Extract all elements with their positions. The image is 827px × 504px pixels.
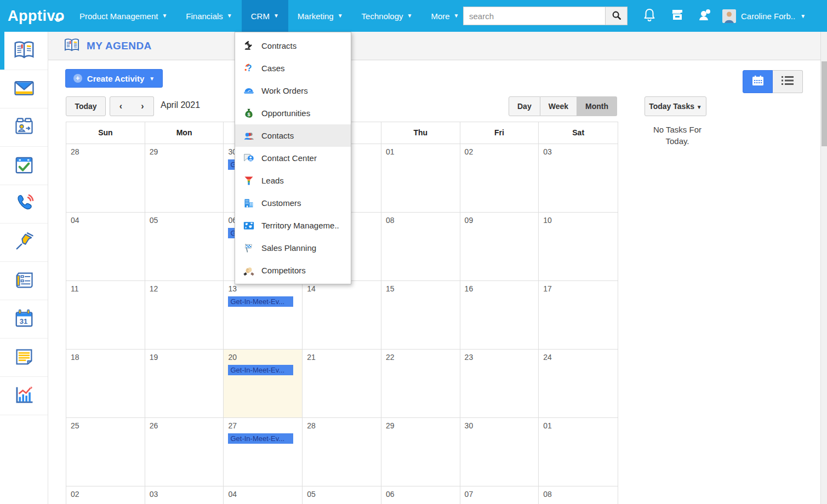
calendar-day-cell[interactable]: 02: [460, 144, 539, 213]
calendar-view-button[interactable]: [743, 70, 773, 93]
calendar-day-cell[interactable]: 19: [145, 350, 224, 418]
calendar-day-cell[interactable]: 07: [460, 486, 539, 504]
calendar-event-chip[interactable]: Get-In-Meet-Ev...: [228, 296, 293, 307]
calendar-day-cell[interactable]: 27Get-In-Meet-Ev...: [224, 418, 303, 486]
nav-item-crm[interactable]: CRM▼: [242, 0, 288, 32]
calendar-event-chip[interactable]: Get-In-Meet-Ev...: [228, 433, 293, 444]
nav-item-marketing[interactable]: Marketing▼: [288, 0, 352, 32]
calendar-day-cell[interactable]: 03: [145, 486, 224, 504]
next-month-button[interactable]: ›: [132, 96, 154, 116]
calendar-day-cell[interactable]: 04: [66, 213, 145, 281]
calendar-day-cell[interactable]: 05: [303, 486, 381, 504]
calendar-day-cell[interactable]: 03: [539, 144, 618, 213]
calendar-day-cell-today[interactable]: 20Get-In-Meet-Ev...: [224, 350, 303, 418]
world-map-icon: [243, 220, 255, 232]
calendar-day-cell[interactable]: 17: [539, 281, 618, 350]
nav-item-financials[interactable]: Financials▼: [176, 0, 241, 32]
calendar-event-chip[interactable]: Get-In-Meet-Ev...: [228, 365, 293, 375]
sidebar-item-calls[interactable]: [0, 185, 48, 224]
calendar-day-cell[interactable]: 23: [460, 350, 539, 418]
calendar-day-cell[interactable]: 18: [66, 350, 145, 418]
crm-menu-item-sales-planning[interactable]: Sales Planning: [235, 237, 351, 259]
previous-month-button[interactable]: ‹: [110, 96, 132, 116]
calendar-day-cell[interactable]: 26: [145, 418, 224, 486]
agenda-book-icon: [64, 38, 80, 54]
nav-item-label: Technology: [362, 12, 403, 21]
store-icon: [670, 8, 685, 24]
crm-menu-item-label: Customers: [261, 198, 301, 208]
crm-menu-item-cases[interactable]: ?Cases: [235, 57, 351, 79]
calendar-day-cell[interactable]: 10: [539, 213, 618, 281]
sidebar-item-notes[interactable]: [0, 339, 48, 377]
calendar-day-cell[interactable]: 28: [303, 418, 381, 486]
calendar-day-cell[interactable]: 16: [460, 281, 539, 350]
calendar-day-cell[interactable]: 25: [66, 418, 145, 486]
crm-menu-item-contacts[interactable]: Contacts: [235, 124, 351, 147]
today-tasks-button[interactable]: Today Tasks ▼: [645, 96, 706, 116]
crm-menu-item-territory-manageme[interactable]: Territory Manageme..: [235, 214, 351, 237]
calendar-day-cell[interactable]: 06: [381, 486, 460, 504]
period-label: April 2021: [161, 100, 200, 110]
date-number: 29: [150, 147, 219, 156]
nav-item-technology[interactable]: Technology▼: [352, 0, 422, 32]
apptivo-logo[interactable]: Apptivo: [0, 8, 70, 25]
crm-menu-item-contracts[interactable]: Contracts: [235, 35, 351, 57]
calendar-day-cell[interactable]: 12: [145, 281, 224, 350]
today-button[interactable]: Today: [66, 96, 106, 116]
collaboration-button[interactable]: [697, 8, 713, 24]
calendar-day-cell[interactable]: 09: [460, 213, 539, 281]
scrollbar-thumb[interactable]: [822, 61, 827, 146]
view-button-month[interactable]: Month: [577, 96, 617, 116]
calendar-day-cell[interactable]: 01: [539, 418, 618, 486]
sidebar-item-calendar[interactable]: 31: [0, 300, 48, 339]
nav-item-product-management[interactable]: Product Management▼: [70, 0, 176, 32]
calendar-day-cell[interactable]: 01: [381, 144, 460, 213]
calendar-day-cell[interactable]: 24: [539, 350, 618, 418]
calendar-day-cell[interactable]: 21: [303, 350, 381, 418]
sidebar-item-follow-ups[interactable]: [0, 224, 48, 262]
calendar-day-cell[interactable]: 29: [145, 144, 224, 213]
crm-menu-item-work-orders[interactable]: Work Orders: [235, 79, 351, 102]
calendar-day-cell[interactable]: 11: [66, 281, 145, 350]
calendar-day-cell[interactable]: 29: [381, 418, 460, 486]
search-input[interactable]: [463, 7, 606, 25]
create-activity-button[interactable]: + Create Activity ▼: [65, 69, 163, 88]
calendar-day-cell[interactable]: 28: [66, 144, 145, 213]
view-button-week[interactable]: Week: [540, 96, 577, 116]
notifications-button[interactable]: [641, 8, 658, 24]
calendar-day-cell[interactable]: 05: [145, 213, 224, 281]
sidebar-item-news-feed[interactable]: [0, 262, 48, 300]
calendar-day-cell[interactable]: 30: [460, 418, 539, 486]
crm-menu-item-label: Contact Center: [261, 153, 317, 163]
date-number: 13: [228, 284, 298, 293]
user-menu[interactable]: Caroline Forb.. ▼: [722, 0, 806, 32]
crm-menu-item-contact-center[interactable]: Contact Center: [235, 147, 351, 169]
app-store-button[interactable]: [669, 8, 686, 24]
calendar-day-cell[interactable]: 08: [539, 486, 618, 504]
crm-menu-item-leads[interactable]: Leads: [235, 169, 351, 192]
people-icon: [243, 130, 255, 142]
crm-menu-item-opportunities[interactable]: $Opportunities: [235, 102, 351, 124]
sidebar-item-email[interactable]: [0, 70, 48, 108]
search-button[interactable]: [606, 7, 628, 25]
sidebar-item-contacts-transfer[interactable]: [0, 108, 48, 147]
calendar-day-cell[interactable]: 15: [381, 281, 460, 350]
calendar-day-cell[interactable]: 14: [303, 281, 381, 350]
calendar-day-cell[interactable]: 13Get-In-Meet-Ev...: [224, 281, 303, 350]
crm-menu-item-customers[interactable]: Customers: [235, 192, 351, 214]
view-button-day[interactable]: Day: [509, 96, 540, 116]
view-switcher: DayWeekMonth: [509, 96, 617, 116]
nav-item-label: Marketing: [298, 12, 334, 21]
calendar-day-cell[interactable]: 02: [66, 486, 145, 504]
nav-item-more[interactable]: More▼: [421, 0, 468, 32]
sidebar-item-reports[interactable]: [0, 377, 48, 415]
date-number: 30: [465, 421, 534, 430]
sidebar-item-agenda[interactable]: [0, 32, 48, 70]
calendar-day-cell[interactable]: 08: [381, 213, 460, 281]
list-view-button[interactable]: [773, 70, 803, 93]
calendar-day-cell[interactable]: 04: [224, 486, 303, 504]
sidebar-item-tasks[interactable]: [0, 147, 48, 185]
calendar-day-cell[interactable]: 22: [381, 350, 460, 418]
vertical-scrollbar[interactable]: [820, 32, 827, 504]
crm-menu-item-competitors[interactable]: Competitors: [235, 259, 351, 282]
